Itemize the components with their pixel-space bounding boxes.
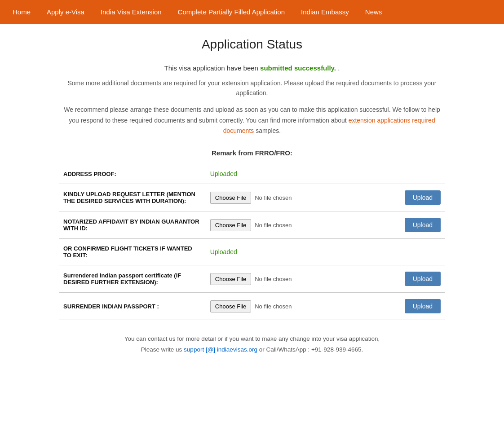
table-row: Surrendered Indian passport certificate … (59, 265, 445, 293)
main-content: Application Status This visa application… (50, 24, 454, 374)
table-row: ADDRESS PROOF:Uploaded (59, 164, 445, 184)
no-file-text: No file chosen (255, 194, 292, 201)
upload-cell: Upload (380, 293, 445, 320)
nav-visa-extension[interactable]: India Visa Extension (93, 0, 170, 24)
upload-cell: Upload (380, 265, 445, 293)
upload-cell (380, 239, 445, 265)
doc-label: NOTARIZED AFFIDAVIT BY INDIAN GUARANTOR … (59, 211, 206, 239)
no-file-text: No file chosen (255, 222, 292, 229)
upload-cell: Upload (380, 211, 445, 239)
upload-button[interactable]: Upload (405, 218, 441, 232)
nav-complete-partial[interactable]: Complete Partially Filled Application (170, 0, 293, 24)
doc-status-cell: Choose FileNo file chosen (206, 211, 380, 239)
doc-status-cell: Uploaded (206, 239, 380, 265)
upload-button[interactable]: Upload (405, 190, 441, 205)
nav-apply-evisa[interactable]: Apply e-Visa (39, 0, 93, 24)
info-block: Some more additional documents are requi… (59, 78, 445, 98)
uploaded-status: Uploaded (210, 248, 237, 255)
doc-label: Surrendered Indian passport certificate … (59, 265, 206, 293)
navbar: Home Apply e-Visa India Visa Extension C… (0, 0, 504, 24)
file-input-wrapper: Choose FileNo file chosen (210, 219, 375, 231)
upload-cell: Upload (380, 184, 445, 211)
doc-label: OR CONFIRMED FLIGHT TICKETS IF WANTED TO… (59, 239, 206, 265)
table-row: NOTARIZED AFFIDAVIT BY INDIAN GUARANTOR … (59, 211, 445, 239)
upload-cell (380, 164, 445, 184)
doc-label: ADDRESS PROOF: (59, 164, 206, 184)
remark-title: Remark from FRRO/FRO: (59, 149, 445, 157)
choose-file-button[interactable]: Choose File (210, 273, 251, 285)
doc-status-cell: Choose FileNo file chosen (206, 184, 380, 211)
no-file-text: No file chosen (255, 276, 292, 282)
uploaded-status: Uploaded (210, 170, 237, 177)
footer: You can contact us for more detail or if… (59, 334, 445, 356)
upload-button[interactable]: Upload (405, 299, 441, 313)
table-row: SURRENDER INDIAN PASSPORT :Choose FileNo… (59, 293, 445, 320)
file-input-wrapper: Choose FileNo file chosen (210, 192, 375, 204)
choose-file-button[interactable]: Choose File (210, 219, 251, 231)
support-email[interactable]: support [@] indiaevisas.org (184, 346, 257, 353)
choose-file-button[interactable]: Choose File (210, 192, 251, 204)
file-input-wrapper: Choose FileNo file chosen (210, 273, 375, 285)
upload-button[interactable]: Upload (405, 272, 441, 286)
doc-status-cell: Uploaded (206, 164, 380, 184)
doc-status-cell: Choose FileNo file chosen (206, 265, 380, 293)
doc-status-cell: Choose FileNo file chosen (206, 293, 380, 320)
nav-news[interactable]: News (357, 0, 390, 24)
doc-label: SURRENDER INDIAN PASSPORT : (59, 293, 206, 320)
file-input-wrapper: Choose FileNo file chosen (210, 300, 375, 312)
nav-indian-embassy[interactable]: Indian Embassy (293, 0, 357, 24)
no-file-text: No file chosen (255, 303, 292, 310)
recommend-block: We recommend please arrange these docume… (59, 105, 445, 136)
nav-home[interactable]: Home (4, 0, 39, 24)
page-title: Application Status (59, 37, 445, 52)
status-line: This visa application have been submitte… (59, 64, 445, 72)
success-status: submitted successfully. (260, 64, 336, 72)
table-row: KINDLY UPLOAD REQUEST LETTER (MENTION TH… (59, 184, 445, 211)
doc-label: KINDLY UPLOAD REQUEST LETTER (MENTION TH… (59, 184, 206, 211)
table-row: OR CONFIRMED FLIGHT TICKETS IF WANTED TO… (59, 239, 445, 265)
documents-table: ADDRESS PROOF:UploadedKINDLY UPLOAD REQU… (59, 164, 445, 320)
choose-file-button[interactable]: Choose File (210, 300, 251, 312)
